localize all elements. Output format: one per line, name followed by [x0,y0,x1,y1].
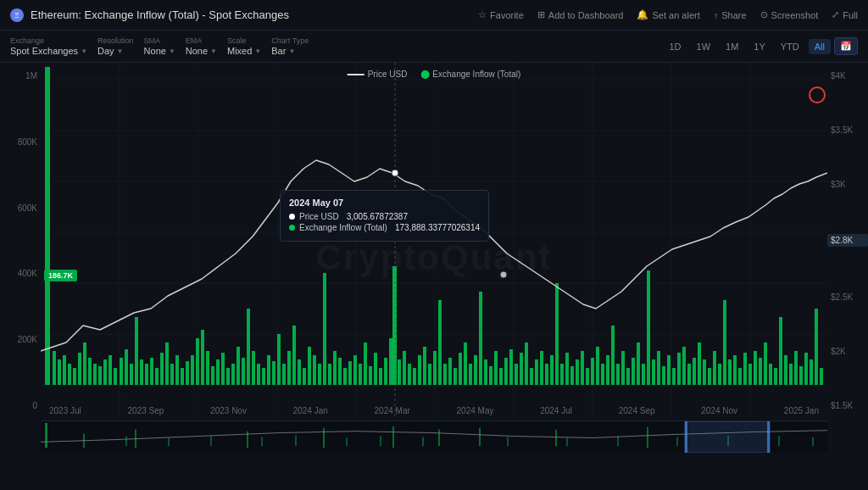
svg-rect-31 [125,349,128,385]
svg-rect-37 [155,368,159,385]
time-1w[interactable]: 1W [691,39,717,54]
svg-rect-163 [794,351,798,385]
svg-rect-149 [723,300,726,385]
svg-rect-168 [820,368,823,385]
share-icon: ↑ [714,10,719,20]
toolbar-left: Exchange Spot Exchanges ▼ Resolution Day… [10,36,309,56]
svg-rect-107 [509,349,513,385]
svg-rect-70 [323,273,326,385]
svg-rect-139 [672,368,676,385]
expand-icon: ⤢ [832,9,839,20]
svg-rect-19 [63,355,66,385]
chart-type-select[interactable]: Bar ▼ [271,46,309,56]
svg-rect-103 [489,366,492,385]
inflow-legend-label: Exchange Inflow (Total) [432,70,520,79]
svg-rect-56 [252,351,255,385]
minimap[interactable] [41,420,827,453]
svg-rect-64 [292,326,296,385]
scale-label: Scale [227,36,261,45]
svg-rect-48 [211,366,214,385]
share-action[interactable]: ↑ Share [714,10,747,20]
svg-rect-187 [346,437,348,446]
tooltip-price-label: Price USD [299,212,339,221]
svg-point-170 [392,170,398,176]
x-label-6: 2024 May [457,406,494,415]
svg-rect-67 [308,347,311,385]
calendar-button[interactable]: 📅 [834,37,858,55]
svg-rect-132 [637,342,640,385]
svg-rect-140 [677,353,681,385]
svg-rect-63 [287,351,291,385]
resolution-select[interactable]: Day ▼ [97,46,134,56]
svg-rect-84 [389,338,392,385]
tooltip-price-value: 3,005.67872387 [347,212,408,221]
svg-rect-98 [464,342,467,385]
svg-rect-53 [236,347,240,385]
svg-rect-109 [520,353,523,385]
svg-rect-134 [647,270,650,385]
svg-rect-111 [530,368,533,385]
svg-rect-154 [748,364,752,385]
svg-rect-199 [767,421,770,453]
y-right-highlighted: $2.8K [827,234,868,247]
svg-rect-45 [196,338,199,385]
svg-rect-151 [733,355,737,385]
svg-rect-20 [68,364,71,385]
dashboard-action[interactable]: ⊞ Add to Dashboard [537,9,624,20]
svg-rect-122 [586,368,589,385]
x-label-3: 2023 Nov [210,406,247,415]
fullscreen-action[interactable]: ⤢ Full [832,9,858,20]
x-label-7: 2024 Jul [540,406,572,415]
svg-rect-60 [272,361,275,385]
svg-rect-113 [540,351,543,385]
eth-icon: Ξ [10,8,24,22]
alert-action[interactable]: 🔔 Set an alert [637,9,699,20]
sma-select[interactable]: None ▼ [144,46,175,56]
svg-rect-36 [150,358,153,385]
svg-rect-86 [403,351,406,385]
svg-rect-138 [667,355,670,385]
favorite-action[interactable]: ☆ Favorite [478,9,524,20]
svg-rect-148 [718,364,721,385]
time-1m[interactable]: 1M [720,39,744,54]
svg-rect-95 [448,358,452,385]
sma-group: SMA None ▼ [144,36,175,56]
svg-rect-157 [764,342,767,385]
svg-rect-62 [282,364,286,385]
svg-rect-185 [261,437,263,447]
svg-rect-32 [130,364,133,385]
svg-rect-78 [359,364,362,385]
chart-type-group: Chart Type Bar ▼ [271,36,309,56]
tooltip-inflow-value: 173,888.33777026314 [395,223,480,232]
svg-rect-55 [247,309,250,385]
svg-rect-39 [165,342,169,385]
x-label-4: 2024 Jan [293,406,328,415]
time-1d[interactable]: 1D [663,39,687,54]
svg-rect-158 [769,364,772,385]
svg-rect-181 [647,427,648,448]
alert-circle-icon[interactable] [809,86,826,103]
svg-rect-147 [713,351,716,385]
exchange-select[interactable]: Spot Exchanges ▼ [10,46,87,56]
svg-rect-69 [318,364,321,385]
svg-rect-125 [601,364,604,385]
ema-select[interactable]: None ▼ [186,46,217,56]
time-all[interactable]: All [809,39,831,54]
svg-rect-79 [364,342,367,385]
screenshot-action[interactable]: ⊙ Screenshot [760,9,819,20]
ema-label: EMA [186,36,217,45]
svg-rect-90 [423,347,426,385]
scale-select[interactable]: Mixed ▼ [227,46,261,56]
time-1y[interactable]: 1Y [748,39,771,54]
time-ytd[interactable]: YTD [775,39,805,54]
x-axis: 2023 Jul 2023 Sep 2023 Nov 2024 Jan 2024… [41,402,827,419]
y-left-label-2: 800K [0,137,41,147]
svg-rect-192 [617,437,619,447]
svg-rect-162 [789,364,793,385]
svg-rect-30 [120,358,123,385]
svg-rect-110 [525,342,528,385]
svg-rect-46 [201,330,204,385]
svg-rect-121 [581,351,584,385]
svg-rect-144 [698,342,701,385]
svg-rect-196 [812,437,814,447]
